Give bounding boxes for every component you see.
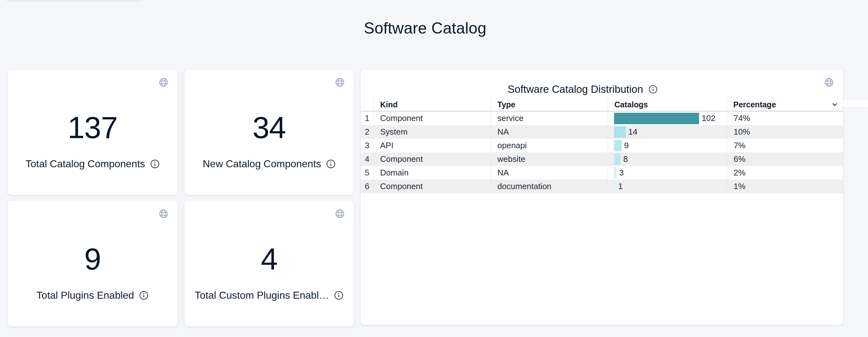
kind-cell: System <box>373 125 491 139</box>
catalog-bar <box>614 126 626 138</box>
stat-value: 4 <box>185 241 354 277</box>
type-cell: documentation <box>491 179 608 193</box>
column-header-type[interactable]: Type <box>491 98 608 111</box>
row-index-cell: 2 <box>361 125 373 139</box>
kind-cell: Component <box>373 111 491 125</box>
table-row: 5 Domain NA 3 2% <box>361 166 843 179</box>
table-header-row: Kind Type Catalogs Percentage <box>361 98 843 111</box>
catalog-bar-value: 1 <box>618 181 623 191</box>
catalog-bar-value: 9 <box>624 141 629 150</box>
type-cell: NA <box>491 166 608 179</box>
catalog-bar-value: 3 <box>619 168 624 178</box>
stat-label: Total Custom Plugins Enabl… <box>195 290 329 301</box>
type-cell: openapi <box>491 139 608 153</box>
column-header-kind[interactable]: Kind <box>373 98 491 111</box>
catalogs-cell: 1 <box>608 179 726 193</box>
dashboard: Software Catalog 137 Total Catalog Compo… <box>0 0 868 337</box>
chevron-down-icon[interactable] <box>831 101 839 108</box>
catalog-bar-value: 14 <box>628 127 638 137</box>
catalog-bar <box>614 154 621 165</box>
stat-card-total-catalog-components: 137 Total Catalog Components <box>8 69 178 195</box>
row-index-cell: 3 <box>361 139 373 153</box>
table-row: 4 Component website 8 6% <box>361 153 843 166</box>
row-index-cell: 4 <box>361 153 373 166</box>
globe-icon <box>158 77 169 88</box>
catalog-bar-value: 8 <box>623 154 628 164</box>
type-cell: NA <box>491 125 608 139</box>
info-icon[interactable] <box>334 291 344 300</box>
catalog-bar <box>614 113 699 124</box>
type-cell: website <box>491 153 608 166</box>
row-index-cell: 1 <box>361 111 373 125</box>
kind-cell: Component <box>373 153 491 166</box>
percentage-cell: 1% <box>726 179 843 193</box>
catalogs-cell: 8 <box>608 153 726 166</box>
percentage-cell: 6% <box>726 153 843 166</box>
catalog-bar-value: 102 <box>702 113 715 123</box>
row-index-cell: 5 <box>361 166 373 179</box>
column-header-catalogs[interactable]: Catalogs <box>608 98 726 111</box>
stat-value: 34 <box>185 110 354 145</box>
catalogs-cell: 102 <box>608 111 726 125</box>
catalog-bar <box>614 167 617 179</box>
table-row: 3 API openapi 9 7% <box>361 139 843 153</box>
info-icon[interactable] <box>648 85 658 94</box>
stat-value: 137 <box>8 110 178 145</box>
globe-icon <box>158 209 169 219</box>
table-row: 2 System NA 14 10% <box>361 125 843 139</box>
stat-card-total-plugins-enabled: 9 Total Plugins Enabled <box>8 201 178 327</box>
column-header-percentage[interactable]: Percentage <box>726 98 843 111</box>
stat-label: Total Plugins Enabled <box>36 290 134 301</box>
catalogs-cell: 14 <box>608 125 726 139</box>
stat-card-new-catalog-components: 34 New Catalog Components <box>185 69 354 195</box>
table-card-title: Software Catalog Distribution <box>507 83 643 95</box>
info-icon[interactable] <box>326 159 336 169</box>
kind-cell: API <box>373 139 491 153</box>
percentage-cell: 74% <box>726 111 843 125</box>
stat-card-total-custom-plugins-enabled: 4 Total Custom Plugins Enabl… <box>185 201 354 327</box>
percentage-cell: 7% <box>726 139 843 153</box>
row-index-cell: 6 <box>361 179 373 193</box>
distribution-table: Kind Type Catalogs Percentage 1 Componen… <box>361 98 843 193</box>
column-header-index <box>361 98 373 111</box>
globe-icon <box>335 209 345 219</box>
percentage-cell: 10% <box>726 125 843 139</box>
catalog-bar <box>614 140 622 151</box>
table-row: 1 Component service 102 74% <box>361 111 843 125</box>
kind-cell: Component <box>373 179 491 193</box>
table-row: 6 Component documentation 1 1% <box>361 179 843 193</box>
catalogs-cell: 9 <box>608 139 726 153</box>
info-icon[interactable] <box>150 159 160 169</box>
catalog-bar <box>614 181 616 192</box>
globe-icon <box>824 77 834 88</box>
catalogs-cell: 3 <box>608 166 726 179</box>
page-title: Software Catalog <box>8 19 843 37</box>
software-catalog-distribution-card: Software Catalog Distribution Kind Type … <box>361 69 843 325</box>
stat-label: Total Catalog Components <box>25 158 145 170</box>
globe-icon <box>335 77 345 88</box>
type-cell: service <box>491 111 608 125</box>
stat-label: New Catalog Components <box>203 158 321 170</box>
offscreen-card-edge <box>843 100 868 107</box>
kind-cell: Domain <box>373 166 491 179</box>
stat-value: 9 <box>8 241 178 277</box>
percentage-cell: 2% <box>726 166 843 179</box>
info-icon[interactable] <box>139 291 149 300</box>
